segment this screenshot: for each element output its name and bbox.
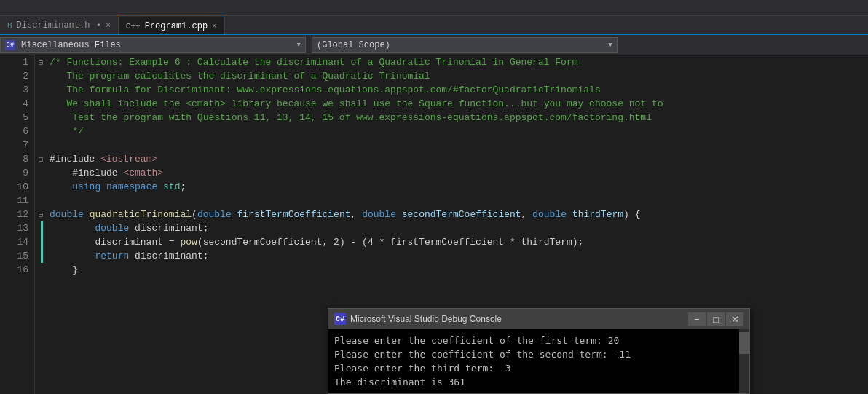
tab-close-discriminant[interactable]: × xyxy=(106,21,111,30)
collapse-btn-1[interactable]: ⊟ xyxy=(39,58,43,67)
margin-14 xyxy=(35,235,47,249)
console-body-container: Please enter the coefficient of the firs… xyxy=(328,329,749,393)
scope-dropdown[interactable]: (Global Scope) ▼ xyxy=(312,37,618,53)
line-numbers: 1 2 3 4 5 6 7 8 9 10 11 12 13 14 15 16 xyxy=(0,55,35,394)
console-line-3: Please enter the third term: -3 xyxy=(334,361,743,375)
tab-bar: H Discriminant.h • × C++ Program1.cpp × xyxy=(0,16,868,35)
console-scrollbar[interactable] xyxy=(739,329,749,393)
tab-discriminant-h[interactable]: H Discriminant.h • × xyxy=(0,17,119,34)
code-line-6: */ xyxy=(50,125,868,138)
code-line-1: /* Functions: Example 6 : Calculate the … xyxy=(50,55,868,69)
console-title-text: Microsoft Visual Studio Debug Console xyxy=(350,314,684,324)
toolbar-row: C# Miscellaneous Files ▼ (Global Scope) … xyxy=(0,35,868,55)
tab-modified-indicator: • xyxy=(95,20,101,31)
console-line-4: The discriminant is 361 xyxy=(334,375,743,389)
line-num-5: 5 xyxy=(0,111,28,125)
line-num-9: 9 xyxy=(0,166,28,180)
margin-2 xyxy=(35,69,47,83)
code-line-5: Test the program with Questions 11, 13, … xyxy=(50,111,868,125)
file-dropdown[interactable]: C# Miscellaneous Files ▼ xyxy=(0,37,306,53)
code-text-5: Test the program with Questions 11, 13, … xyxy=(50,111,652,125)
margin-13 xyxy=(35,221,47,235)
line-num-4: 4 xyxy=(0,97,28,111)
code-text-3: The formula for Discriminant: www.expres… xyxy=(50,83,601,97)
margin-16 xyxy=(35,263,47,277)
margin-8[interactable]: ⊟ xyxy=(35,152,47,166)
margin-11 xyxy=(35,194,47,208)
title-bar xyxy=(0,0,868,16)
green-bar-13 xyxy=(41,221,43,235)
code-text-2: The program calculates the discriminant … xyxy=(50,69,430,83)
margin-7 xyxy=(35,138,47,152)
tab-close-program1[interactable]: × xyxy=(212,22,217,31)
tab-icon-cpp: C++ xyxy=(126,22,141,31)
collapse-btn-12[interactable]: ⊟ xyxy=(39,210,43,219)
margin-3 xyxy=(35,83,47,97)
console-titlebar: C# Microsoft Visual Studio Debug Console… xyxy=(328,309,749,329)
line-num-2: 2 xyxy=(0,69,28,83)
console-body: Please enter the coefficient of the firs… xyxy=(328,329,749,393)
margin-1[interactable]: ⊟ xyxy=(35,55,47,69)
code-text-4: We shall include the <cmath> library bec… xyxy=(50,97,663,111)
console-icon: C# xyxy=(334,313,346,325)
code-line-16: } xyxy=(50,263,868,277)
code-line-9: #include <cmath> xyxy=(50,166,868,180)
margin-6 xyxy=(35,125,47,138)
line-num-10: 10 xyxy=(0,180,28,194)
code-line-11 xyxy=(50,194,868,208)
console-line-2: Please enter the coefficient of the seco… xyxy=(334,347,743,361)
tab-label-discriminant: Discriminant.h xyxy=(17,20,90,31)
code-line-7 xyxy=(50,138,868,152)
code-line-2: The program calculates the discriminant … xyxy=(50,69,868,83)
code-line-15: return discriminant; xyxy=(50,249,868,263)
tab-icon-h: H xyxy=(7,21,12,30)
line-num-15: 15 xyxy=(0,249,28,263)
code-text-6: */ xyxy=(50,125,84,138)
line-num-1: 1 xyxy=(0,55,28,69)
console-minimize-btn[interactable]: − xyxy=(688,312,706,326)
code-text-1: /* Functions: Example 6 : Calculate the … xyxy=(50,55,578,69)
tab-label-program1: Program1.cpp xyxy=(145,21,208,31)
margin-5 xyxy=(35,111,47,125)
line-num-14: 14 xyxy=(0,235,28,249)
code-line-13: double discriminant; xyxy=(50,221,868,235)
margin-15 xyxy=(35,249,47,263)
console-restore-btn[interactable]: □ xyxy=(707,312,725,326)
margin-9 xyxy=(35,166,47,180)
line-num-13: 13 xyxy=(0,221,28,235)
console-line-1: Please enter the coefficient of the firs… xyxy=(334,334,743,347)
code-line-4: We shall include the <cmath> library bec… xyxy=(50,97,868,111)
line-num-7: 7 xyxy=(0,138,28,152)
file-dropdown-icon: C# xyxy=(5,40,15,50)
line-num-12: 12 xyxy=(0,208,28,221)
line-num-6: 6 xyxy=(0,125,28,138)
margin-4 xyxy=(35,97,47,111)
editor-area: 1 2 3 4 5 6 7 8 9 10 11 12 13 14 15 16 ⊟… xyxy=(0,55,868,394)
code-line-3: The formula for Discriminant: www.expres… xyxy=(50,83,868,97)
line-num-3: 3 xyxy=(0,83,28,97)
collapse-btn-8[interactable]: ⊟ xyxy=(39,155,43,164)
code-line-8: #include <iostream> xyxy=(50,152,868,166)
margin-12[interactable]: ⊟ xyxy=(35,208,47,221)
green-bar-15 xyxy=(41,249,43,263)
file-dropdown-arrow: ▼ xyxy=(297,42,301,49)
margin-10 xyxy=(35,180,47,194)
code-line-12: double quadraticTrinomial(double firstTe… xyxy=(50,208,868,221)
scope-dropdown-label: (Global Scope) xyxy=(317,40,390,50)
scope-dropdown-arrow: ▼ xyxy=(609,42,612,49)
line-num-16: 16 xyxy=(0,263,28,277)
code-line-14: discriminant = pow(secondTermCoefficient… xyxy=(50,235,868,249)
console-controls[interactable]: − □ ✕ xyxy=(688,312,743,326)
tab-program1-cpp[interactable]: C++ Program1.cpp × xyxy=(119,17,225,34)
code-line-10: using namespace std; xyxy=(50,180,868,194)
console-close-btn[interactable]: ✕ xyxy=(726,312,743,326)
green-bar-14 xyxy=(41,235,43,249)
file-dropdown-label: Miscellaneous Files xyxy=(21,40,121,50)
line-num-11: 11 xyxy=(0,194,28,208)
console-window: C# Microsoft Visual Studio Debug Console… xyxy=(328,308,750,394)
margin-indicators: ⊟ ⊟ ⊟ xyxy=(35,55,47,394)
line-num-8: 8 xyxy=(0,152,28,166)
scrollbar-thumb[interactable] xyxy=(739,332,749,354)
